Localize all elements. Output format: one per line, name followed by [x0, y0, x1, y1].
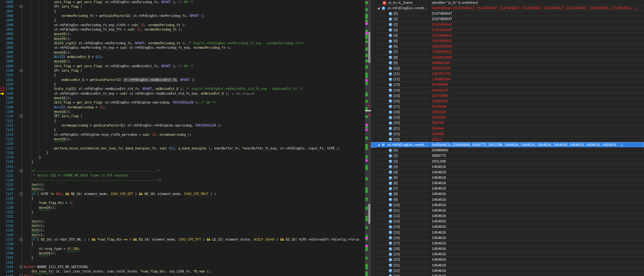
code-line-1108[interactable]: 1108Word16 normmsperiodog = 31;: [0, 105, 365, 110]
fold-toggle-icon[interactable]: −: [20, 69, 23, 72]
watch-row-element[interactable]: [12]130883584: [371, 76, 644, 82]
watch-row-element[interactable]: [15]1454616: [371, 230, 644, 235]
code-line-1096[interactable]: 1096move16();: [0, 50, 365, 55]
line-number[interactable]: 1098: [0, 59, 13, 64]
fold-toggle-icon[interactable]: −: [20, 170, 23, 172]
line-number[interactable]: 1086: [0, 4, 13, 9]
line-number[interactable]: 1109: [0, 110, 13, 114]
fold-toggle-icon[interactable]: −: [20, 192, 23, 195]
code-line-1141[interactable]: 1141}: [0, 256, 365, 260]
line-number[interactable]: 1144: [0, 269, 13, 274]
line-number[interactable]: 1113: [0, 128, 13, 132]
watch-row-element[interactable]: [11]1454616: [371, 208, 644, 213]
line-number[interactable]: 1132: [0, 214, 13, 219]
line-number[interactable]: 1117: [0, 146, 13, 151]
code-line-1090[interactable]: 1090st->hFdCngEnc->msPeriodog_fx_exp_cld…: [0, 23, 365, 27]
expander-icon[interactable]: [377, 7, 380, 9]
code-line-1107[interactable]: 1107zero_flag = get_zero_flag( st->hFdCn…: [0, 100, 365, 105]
watch-row-element[interactable]: [10]1454616: [371, 202, 644, 208]
code-line-1129[interactable]: 1129*vad_flag_dtx = 1;: [0, 201, 365, 205]
line-number[interactable]: 1112: [0, 123, 13, 128]
code-line-1117[interactable]: 1117perform_noise_estimation_enc_ivas_fx…: [0, 146, 365, 151]
line-number[interactable]: 1088: [0, 14, 13, 18]
expander-icon[interactable]: [377, 144, 380, 146]
line-number[interactable]: 1137: [0, 237, 13, 242]
line-number[interactable]: 1100: [0, 69, 13, 73]
watch-row-element[interactable]: [2]2147483647: [371, 22, 644, 27]
watch-row-element[interactable]: [6]1493190656: [371, 44, 644, 49]
watch-row-element[interactable]: [14]1454616: [371, 224, 644, 229]
watch-row-element[interactable]: [1]2147483647: [371, 16, 644, 22]
code-line-1124[interactable]: 1124 *----------------------------------…: [0, 178, 365, 183]
watch-row-element[interactable]: [17]6673408: [371, 104, 644, 109]
code-line-1114[interactable]: 1114st->hFdCngEnc->hFdCngCom->exp_cldfb_…: [0, 133, 365, 137]
code-line-1130[interactable]: 1130move16();: [0, 206, 365, 210]
watch-row-element[interactable]: [7]1454616: [371, 186, 644, 191]
watch-row-parent[interactable]: st->hFdCngEnc->msN...0x00b9d11c {2648684…: [371, 142, 644, 148]
watch-row-element[interactable]: [12]1454616: [371, 213, 644, 219]
code-line-1105[interactable]: 1105st->hFdCngEnc->msNoiseEst_fx_exp = s…: [0, 91, 365, 96]
watch-row-element[interactable]: [16]15002624: [371, 98, 644, 104]
code-line-1110[interactable]: 1110−IF( zero_flag ): [0, 114, 365, 119]
line-number[interactable]: 1121: [0, 164, 13, 169]
watch-row-parent[interactable]: st->hFdCngEnc->msN...0x00b9d1e4 {2147483…: [371, 5, 644, 11]
code-line-1085[interactable]: 1085zero_flag = get_zero_flag( st->hFdCn…: [0, 0, 365, 4]
watch-row-element[interactable]: [23]1454616: [371, 273, 644, 276]
scrollbar-thumb[interactable]: [368, 32, 370, 63]
watch-row-element[interactable]: [21]1454616: [371, 263, 644, 268]
line-number[interactable]: 1143: [0, 265, 13, 269]
watch-row-element[interactable]: [0]26486840: [371, 148, 644, 153]
code-line-1145[interactable]: 1145−#else: [0, 274, 365, 276]
line-number[interactable]: 1126: [0, 187, 13, 192]
code-line-1120[interactable]: 1120}: [0, 160, 365, 164]
line-number[interactable]: 1128: [0, 196, 13, 201]
code-line-1132[interactable]: 1132: [0, 214, 365, 219]
code-editor[interactable]: 1085zero_flag = get_zero_flag( st->hFdCn…: [0, 0, 365, 276]
code-line-1099[interactable]: 1099zero_flag = get_zero_flag( st->hFdCn…: [0, 64, 365, 69]
watch-row-element[interactable]: [23]90112: [371, 137, 644, 142]
code-line-1119[interactable]: 1119}: [0, 155, 365, 160]
line-number[interactable]: 1106: [0, 96, 13, 100]
line-number[interactable]: 1122: [0, 169, 13, 173]
code-line-1135[interactable]: 1135test();: [0, 228, 365, 233]
line-number[interactable]: 1102: [0, 78, 13, 82]
watch-panel[interactable]: ✕st_fx->L_frameidentifier "st_fx" is und…: [371, 0, 644, 276]
line-number[interactable]: 1091: [0, 27, 13, 32]
line-number[interactable]: 1118: [0, 151, 13, 155]
code-line-1109[interactable]: 1109move16();: [0, 110, 365, 114]
line-number[interactable]: 1131: [0, 210, 13, 214]
watch-row-element[interactable]: [21]594944: [371, 126, 644, 131]
code-line-1125[interactable]: 1125test();: [0, 183, 365, 187]
line-number[interactable]: 1107: [0, 100, 13, 105]
line-number[interactable]: 1089: [0, 18, 13, 23]
line-number[interactable]: 1145: [0, 274, 13, 276]
watch-row-element[interactable]: [17]1454616: [371, 241, 644, 246]
fold-toggle-icon[interactable]: −: [20, 5, 23, 8]
code-line-1086[interactable]: 1086−IF( zero_flag ): [0, 4, 365, 9]
fold-toggle-icon[interactable]: −: [20, 238, 23, 241]
watch-row-element[interactable]: [1]4369772: [371, 153, 644, 158]
code-line-1142[interactable]: 1142: [0, 260, 365, 265]
line-number[interactable]: 1095: [0, 46, 13, 50]
code-line-1118[interactable]: 1118}: [0, 151, 365, 155]
watch-row-element[interactable]: [3]2147483647: [371, 27, 644, 33]
watch-row-element[interactable]: [0]2147483647: [371, 11, 644, 16]
line-number[interactable]: 1129: [0, 201, 13, 205]
code-line-1111[interactable]: 1111{: [0, 119, 365, 123]
line-number[interactable]: 1133: [0, 219, 13, 224]
line-number[interactable]: 1136: [0, 233, 13, 237]
line-number[interactable]: 1103: [0, 82, 13, 87]
watch-row-element[interactable]: [13]57945088: [371, 82, 644, 87]
line-number[interactable]: 1114: [0, 133, 13, 137]
line-number[interactable]: 1087: [0, 9, 13, 14]
line-number[interactable]: 1138: [0, 242, 13, 246]
line-number[interactable]: 1092: [0, 32, 13, 36]
code-line-1092[interactable]: 1092move16();: [0, 32, 365, 36]
watch-row-element[interactable]: [16]1454616: [371, 235, 644, 241]
watch-row-element[interactable]: [4]1454616: [371, 170, 644, 175]
scrollbar-annotations[interactable]: [365, 0, 371, 276]
watch-row-element[interactable]: [3]1454616: [371, 164, 644, 170]
code-line-1140[interactable]: 1140move16();: [0, 251, 365, 256]
code-line-1102[interactable]: 1102msNoiseEst_Q = getScaleFactor32( st-…: [0, 78, 365, 82]
watch-row-element[interactable]: [19]2011136: [371, 115, 644, 120]
